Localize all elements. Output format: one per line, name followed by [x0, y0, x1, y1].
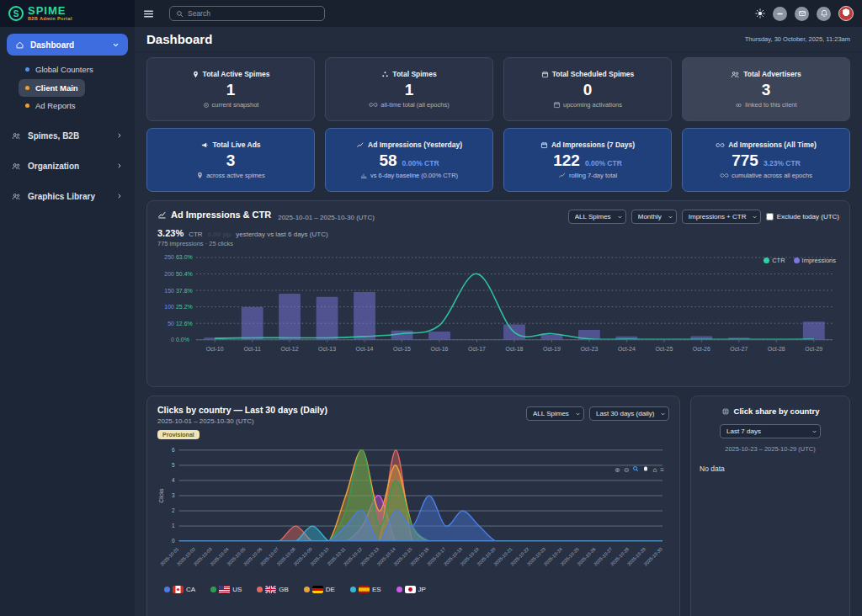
- stat-card-subtext: linked to this client: [745, 101, 796, 109]
- chevron-right-icon: [116, 193, 123, 199]
- stat-card-value: 775: [732, 152, 758, 168]
- stat-card-subtext: rolling 7-day total: [569, 172, 617, 179]
- svg-text:Oct-28: Oct-28: [768, 345, 785, 351]
- stat-card-total-spimes: Total Spimes1all-time total (all epochs): [325, 57, 493, 121]
- sidebar-subitem-ad-reports[interactable]: Ad Reports: [19, 97, 128, 114]
- svg-text:1: 1: [172, 523, 175, 528]
- country-legend-us[interactable]: US: [210, 586, 242, 593]
- impressions-date-range: 2025-10-01 – 2025-10-30 (UTC): [278, 214, 375, 221]
- stat-card-subtext: vs 6-day baseline (0.00% CTR): [370, 172, 458, 179]
- sidebar-group-spimes-b2b[interactable]: Spimes, B2B: [7, 123, 128, 148]
- svg-text:200: 200: [164, 271, 174, 277]
- svg-text:0.0%: 0.0%: [176, 337, 189, 343]
- legend-item-ctr[interactable]: CTR: [764, 257, 785, 264]
- svg-text:Oct-29: Oct-29: [805, 345, 822, 351]
- svg-text:3: 3: [172, 492, 175, 498]
- stat-card-value: 1: [226, 82, 236, 98]
- flag-es-icon: [359, 586, 370, 593]
- users-icon: [12, 132, 21, 140]
- spimes-filter-select[interactable]: ALL Spimes: [568, 210, 626, 224]
- svg-text:Oct-27: Oct-27: [730, 345, 748, 351]
- pan-tool-icon[interactable]: [642, 465, 649, 474]
- svg-text:Oct-15: Oct-15: [393, 345, 411, 351]
- sidebar-group-graphics-library[interactable]: Graphics Library: [7, 183, 128, 209]
- flag-us-icon: [219, 586, 230, 593]
- globe-icon: [721, 407, 730, 416]
- flag-de-icon: [312, 586, 323, 593]
- sidebar-group-organization[interactable]: Organization: [7, 153, 128, 178]
- svg-text:Oct-17: Oct-17: [468, 345, 486, 351]
- plot-toolbar: ⊕ ⊖ ⌂ ≡: [615, 465, 664, 474]
- exclude-today-checkbox-label[interactable]: Exclude today (UTC): [766, 213, 839, 220]
- reset-home-icon[interactable]: ⌂: [652, 466, 657, 474]
- clicks-chart[interactable]: 0123456Clicks2025-10-012025-10-022025-10…: [157, 443, 669, 584]
- svg-text:6: 6: [172, 447, 175, 453]
- stat-card-value: 1: [405, 82, 414, 98]
- sidebar-subitem-label: Client Main: [35, 83, 78, 93]
- trend-icon: [558, 172, 567, 179]
- clicks-spimes-select[interactable]: ALL Spimes: [526, 406, 584, 421]
- stat-cards-grid: Total Active Spimes1current snapshotTota…: [146, 57, 850, 192]
- country-legend-de[interactable]: DE: [304, 586, 335, 593]
- legend-dot-icon: [257, 587, 263, 592]
- search-input[interactable]: [188, 9, 318, 18]
- legend-item-impressions[interactable]: Impressions: [794, 257, 836, 264]
- sidebar-subitem-client-main[interactable]: Client Main: [19, 79, 85, 97]
- svg-text:Oct-26: Oct-26: [693, 345, 710, 351]
- metric-filter-select[interactable]: Impressions + CTR: [682, 210, 761, 224]
- country-legend-es[interactable]: ES: [350, 586, 381, 593]
- share-period-select[interactable]: Last 7 days: [720, 424, 821, 438]
- zoom-tool-icon[interactable]: [632, 465, 639, 474]
- country-legend-ca[interactable]: CA: [164, 586, 195, 593]
- brand-logo[interactable]: S SPIME B2B Admin Portal: [0, 0, 135, 27]
- messages-icon[interactable]: [795, 7, 809, 21]
- flag-jp-icon: [405, 586, 416, 593]
- search-icon: [176, 10, 184, 18]
- theme-toggle-icon[interactable]: [755, 8, 765, 19]
- svg-text:Oct-12: Oct-12: [281, 345, 299, 351]
- dnd-status-icon[interactable]: [773, 7, 787, 21]
- search-box[interactable]: [169, 6, 325, 21]
- megaphone-icon: [200, 141, 209, 149]
- impressions-chart[interactable]: 00.0%5012.6%10025.2%15037.8%20050.4%2506…: [157, 251, 839, 365]
- user-avatar[interactable]: [838, 6, 854, 21]
- flag-ca-icon: [173, 586, 184, 593]
- chevron-right-icon: [116, 162, 123, 169]
- notifications-bell-icon[interactable]: [817, 7, 831, 21]
- stat-card-title: Total Live Ads: [212, 141, 260, 149]
- sidebar-group-label: Graphics Library: [28, 192, 95, 201]
- brand-subtitle: B2B Admin Portal: [28, 17, 72, 22]
- zoom-in-icon[interactable]: ⊕: [615, 466, 620, 474]
- plot-menu-icon[interactable]: ≡: [660, 466, 664, 474]
- brand-name: SPIME: [28, 5, 72, 16]
- zoom-out-icon[interactable]: ⊖: [624, 466, 630, 474]
- clicks-period-select[interactable]: Last 30 days (daily): [589, 406, 669, 421]
- calendar-icon: [540, 141, 548, 149]
- stat-card-title: Total Advertisers: [743, 70, 801, 78]
- svg-text:Oct-23: Oct-23: [580, 345, 598, 351]
- period-filter-select[interactable]: Monthly: [631, 210, 677, 224]
- stat-card-ad-impressions-all-time-: Ad Impressions (All Time)7753.23% CTRcum…: [682, 128, 850, 192]
- calendar-icon: [541, 71, 549, 78]
- sidebar-group-label: Spimes, B2B: [28, 131, 79, 141]
- country-legend-jp[interactable]: JP: [396, 586, 426, 593]
- sidebar-subitem-global-counters[interactable]: Global Counters: [19, 61, 128, 78]
- infinity-icon: [716, 141, 725, 149]
- pin-icon: [196, 172, 204, 179]
- infinity-icon: [369, 101, 378, 109]
- sidebar-subitems: Global CountersClient MainAd Reports: [7, 56, 128, 118]
- stat-card-subtext: current snapshot: [212, 101, 259, 109]
- impressions-chart-svg: 00.0%5012.6%10025.2%15037.8%20050.4%2506…: [157, 251, 839, 362]
- sidebar-item-dashboard[interactable]: Dashboard: [7, 34, 128, 56]
- legend-dot-icon: [350, 587, 356, 592]
- users-icon: [12, 162, 21, 170]
- stat-card-ctr-badge: 3.23% CTR: [764, 159, 801, 167]
- legend-dot-icon: [764, 258, 769, 263]
- stat-card-value: 0: [583, 82, 593, 98]
- hamburger-menu-icon[interactable]: [143, 8, 154, 19]
- target-icon: [203, 102, 210, 109]
- dashboard-icon: [15, 40, 24, 50]
- country-legend-gb[interactable]: GB: [257, 586, 289, 593]
- exclude-today-checkbox[interactable]: [766, 213, 774, 220]
- chevron-down-icon: [112, 41, 120, 49]
